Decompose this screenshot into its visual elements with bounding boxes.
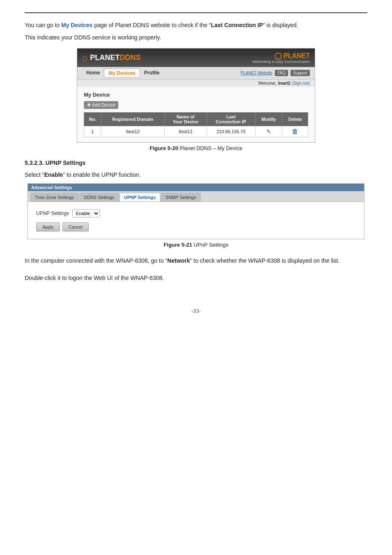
- enable-bold: Enable: [44, 171, 63, 178]
- col-modify: Modify: [255, 112, 282, 126]
- welcome-bar: Welcome, Imart2 (Sign out): [77, 80, 315, 87]
- planet-brand: ◯ PLANET: [274, 52, 310, 60]
- intro-paragraph-1: You can go to My Devices page of Planet …: [25, 21, 367, 30]
- ddns-screenshot: ⌂ PLANETDDNS ◯ PLANET Networking & Data …: [77, 48, 315, 143]
- figure-20-label: Figure 5-20: [150, 145, 178, 151]
- figure-21-label: Figure 5-21: [164, 242, 192, 248]
- cell-modify[interactable]: ✎: [255, 126, 282, 137]
- sign-out-link[interactable]: (Sign out): [292, 81, 310, 86]
- tab-time-zone[interactable]: Time Zone Settings: [30, 193, 78, 201]
- house-icon: ⌂: [82, 52, 88, 63]
- network-bold: Network: [167, 257, 190, 264]
- my-device-title: My Device: [84, 92, 308, 98]
- cell-delete[interactable]: 🗑: [282, 126, 308, 137]
- add-icon: ✚: [87, 102, 91, 108]
- logo-planet-text: PLANETDDNS: [90, 53, 141, 62]
- intro-text-end: ” is displayed.: [263, 22, 298, 28]
- upnp-intro: Select “Enable” to enable the UPNP funct…: [25, 170, 367, 179]
- devices-table: No. Registered Domain Name ofYour Device…: [84, 112, 308, 137]
- ddns-nav-right: PLANET Website FAQ Support: [241, 70, 310, 76]
- advanced-settings-panel: Advanced Settings Time Zone Settings DDN…: [28, 183, 364, 239]
- body-text-1-prefix: In the computer connected with the WNAP-…: [25, 257, 167, 264]
- ddns-logo: ⌂ PLANETDDNS: [82, 52, 141, 63]
- cell-device-name: Itest12: [164, 126, 207, 137]
- intro-text-suffix: page of Planet DDNS website to check if …: [92, 22, 211, 28]
- upnp-intro-end: ” to enable the UPNP function.: [63, 171, 141, 178]
- col-last-ip: LastConnection IP: [207, 112, 255, 126]
- tab-upnp[interactable]: UPNP Settings: [120, 193, 160, 201]
- body-paragraph-2: Double-click it to logon the Web UI of t…: [25, 273, 367, 283]
- col-domain: Registered Domain: [101, 112, 164, 126]
- my-devices-link[interactable]: My Devices: [61, 22, 92, 28]
- planet-sub: Networking & Data Communication: [252, 60, 310, 64]
- col-delete: Delete: [282, 112, 308, 126]
- tab-ddns[interactable]: DDNS Settings: [79, 193, 119, 201]
- welcome-text: Welcome,: [258, 81, 276, 86]
- cancel-button[interactable]: Cancel: [62, 222, 89, 231]
- top-divider: [25, 12, 367, 13]
- delete-icon[interactable]: 🗑: [292, 128, 298, 135]
- page-number: -33-: [25, 308, 367, 314]
- advanced-settings-title: Advanced Settings: [28, 184, 364, 191]
- tab-snmp[interactable]: SNMP Settings: [161, 193, 201, 201]
- nav-my-devices[interactable]: My Devices: [104, 69, 140, 78]
- user-text: Imart2: [278, 81, 291, 86]
- figure-20-desc: Planet DDNS – My Device: [180, 145, 242, 151]
- upnp-intro-prefix: Select “: [25, 171, 44, 178]
- body-paragraph-1: In the computer connected with the WNAP-…: [25, 256, 367, 266]
- adv-action-buttons: Apply Cancel: [36, 222, 356, 231]
- upnp-settings-row: UPNP Settings Enable Disable: [36, 209, 356, 217]
- ddns-nav-links: Home My Devices Profile: [82, 69, 164, 78]
- planet-website-link[interactable]: PLANET Website: [241, 71, 272, 75]
- col-device-name: Name ofYour Device: [164, 112, 207, 126]
- cell-no: 1: [84, 126, 101, 137]
- ddns-body: My Device ✚ Add Device No. Registered Do…: [77, 87, 315, 142]
- add-device-label: Add Device: [92, 102, 115, 107]
- section-323-heading: 5.3.2.3. UPNP Settings: [25, 160, 367, 166]
- upnp-settings-select[interactable]: Enable Disable: [72, 209, 100, 217]
- nav-profile[interactable]: Profile: [140, 69, 164, 78]
- col-no: No.: [84, 112, 101, 126]
- cell-domain: Itest12: [101, 126, 164, 137]
- figure-21-caption: Figure 5-21 UPnP Settings: [25, 242, 367, 248]
- upnp-settings-label: UPNP Settings: [36, 210, 69, 216]
- figure-21-desc: UPnP Settings: [194, 242, 228, 248]
- nav-home[interactable]: Home: [82, 69, 104, 78]
- adv-body: UPNP Settings Enable Disable Apply Cance…: [28, 202, 364, 239]
- modify-icon[interactable]: ✎: [266, 128, 271, 135]
- adv-tabs: Time Zone Settings DDNS Settings UPNP Se…: [28, 191, 364, 202]
- figure-20-caption: Figure 5-20 Planet DDNS – My Device: [25, 145, 367, 151]
- last-connection-ip-label: Last Connection IP: [211, 22, 263, 28]
- body-text-1-end: ” to check whether the WNAP-6308 is disp…: [190, 257, 339, 264]
- cell-ip: 210.66.155.70: [207, 126, 255, 137]
- support-button[interactable]: Support: [291, 70, 310, 76]
- add-device-button[interactable]: ✚ Add Device: [84, 101, 118, 109]
- apply-button[interactable]: Apply: [36, 222, 60, 231]
- intro-paragraph-2: This indicates your DDNS service is work…: [25, 33, 367, 42]
- faq-button[interactable]: FAQ: [275, 70, 288, 76]
- ddns-nav-bar: Home My Devices Profile PLANET Website F…: [77, 67, 315, 80]
- ddns-header: ⌂ PLANETDDNS ◯ PLANET Networking & Data …: [77, 49, 315, 67]
- intro-text-prefix: You can go to: [25, 22, 61, 28]
- ddns-planet-logo: ◯ PLANET Networking & Data Communication: [252, 52, 310, 64]
- table-row: 1 Itest12 Itest12 210.66.155.70 ✎ 🗑: [84, 126, 308, 137]
